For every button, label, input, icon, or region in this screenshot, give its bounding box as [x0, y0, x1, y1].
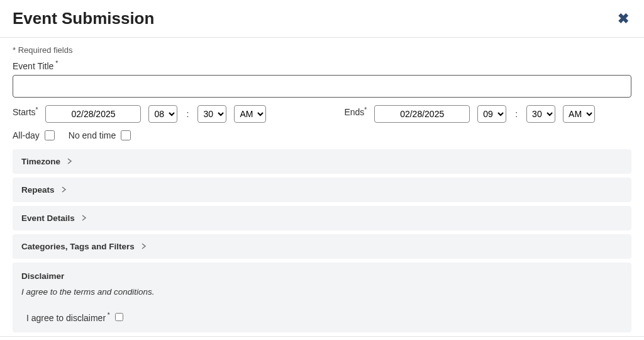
disclaimer-section: Disclaimer I agree to the terms and cond… — [13, 263, 631, 333]
accordion-title-repeats: Repeats — [21, 185, 55, 195]
ends-label: Ends — [344, 107, 364, 117]
ends-minute-select[interactable]: 30 — [526, 105, 555, 123]
close-button[interactable]: ✖ — [615, 9, 631, 28]
accordion-timezone[interactable]: Timezone — [13, 149, 631, 174]
starts-minute-select[interactable]: 30 — [197, 105, 226, 123]
disclaimer-agree-label: I agree to disclaimer — [26, 312, 106, 322]
starts-group: Starts* — [13, 105, 141, 123]
allday-checkbox[interactable] — [45, 130, 55, 140]
asterisk-icon: * — [106, 312, 110, 319]
datetime-row: Starts* 08 : 30 AM Ends* 09 — [13, 105, 631, 123]
starts-date-input[interactable] — [45, 105, 141, 123]
checkbox-row: All-day No end time — [13, 130, 631, 140]
ends-time-group: 09 : 30 AM — [477, 105, 595, 123]
disclaimer-agree-checkbox[interactable] — [115, 313, 123, 321]
starts-period-select[interactable]: AM — [234, 105, 266, 123]
footer: SUBMIT EVENT — [0, 336, 644, 340]
event-title-label: Event Title — [13, 61, 53, 71]
asterisk-icon: * — [36, 106, 38, 113]
starts-hour-select[interactable]: 08 — [148, 105, 177, 123]
time-separator: : — [515, 109, 518, 119]
ends-hour-select[interactable]: 09 — [477, 105, 506, 123]
noend-checkbox[interactable] — [121, 130, 131, 140]
allday-label: All-day — [13, 130, 40, 140]
chevron-right-icon — [67, 158, 73, 164]
modal-header: Event Submission ✖ — [0, 0, 644, 38]
accordion-title-categories: Categories, Tags and Filters — [21, 242, 135, 251]
accordion-categories[interactable]: Categories, Tags and Filters — [13, 234, 631, 259]
ends-date-input[interactable] — [374, 105, 470, 123]
accordion-repeats[interactable]: Repeats — [13, 178, 631, 202]
starts-label: Starts — [13, 107, 36, 117]
event-title-input[interactable] — [13, 75, 631, 98]
chevron-right-icon — [61, 186, 67, 193]
disclaimer-title: Disclaimer — [21, 271, 623, 281]
disclaimer-text: I agree to the terms and conditions. — [21, 287, 623, 297]
allday-group: All-day — [13, 130, 55, 140]
asterisk-icon: * — [53, 60, 58, 67]
chevron-right-icon — [81, 215, 87, 221]
form-content: * Required fields Event Title * Starts* … — [0, 38, 644, 332]
accordion-event-details[interactable]: Event Details — [13, 206, 631, 230]
starts-time-group: 08 : 30 AM — [148, 105, 266, 123]
ends-period-select[interactable]: AM — [563, 105, 595, 123]
accordion-title-event-details: Event Details — [21, 213, 75, 223]
accordion-title-timezone: Timezone — [21, 157, 60, 166]
time-separator: : — [186, 109, 189, 119]
page-title: Event Submission — [13, 9, 154, 28]
close-icon: ✖ — [618, 11, 629, 26]
asterisk-icon: * — [364, 106, 367, 113]
noend-group: No end time — [69, 130, 131, 140]
chevron-right-icon — [141, 243, 147, 249]
ends-group: Ends* — [344, 105, 470, 123]
required-fields-note: * Required fields — [13, 45, 631, 55]
disclaimer-agree-group: I agree to disclaimer * — [26, 312, 623, 323]
noend-label: No end time — [69, 130, 116, 140]
